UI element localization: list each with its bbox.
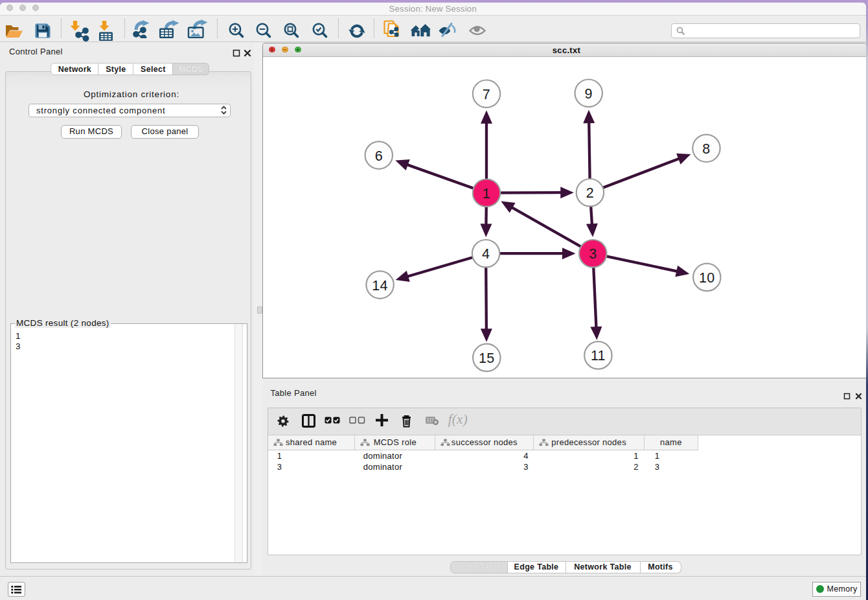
svg-text:2: 2 [586, 185, 593, 201]
svg-text:4: 4 [481, 246, 489, 262]
svg-text:3: 3 [589, 246, 597, 262]
svg-text:7: 7 [482, 87, 490, 102]
svg-text:10: 10 [699, 270, 715, 286]
svg-text:6: 6 [374, 148, 382, 164]
svg-text:15: 15 [479, 351, 495, 366]
svg-text:9: 9 [584, 86, 592, 102]
svg-text:1: 1 [482, 186, 490, 202]
svg-text:8: 8 [702, 141, 710, 157]
svg-text:14: 14 [372, 278, 388, 294]
svg-text:11: 11 [590, 348, 605, 363]
